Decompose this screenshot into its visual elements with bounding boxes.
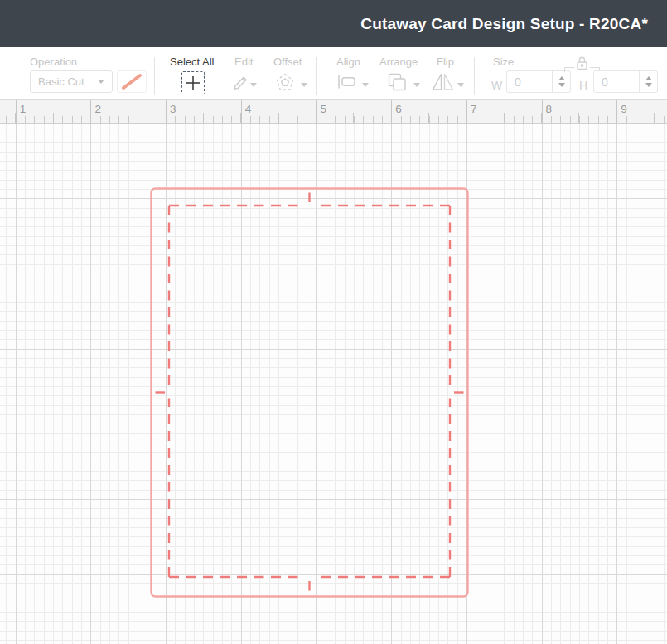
offset-dropdown-caret[interactable] <box>301 83 307 87</box>
design-canvas[interactable] <box>0 124 667 644</box>
select-all-label: Select All <box>170 56 214 68</box>
lock-link-left <box>564 67 574 72</box>
arrange-dropdown-caret[interactable] <box>413 83 420 87</box>
offset-icon[interactable] <box>275 72 295 92</box>
ruler-number: 4 <box>245 103 252 115</box>
height-input[interactable]: 0 <box>593 70 658 93</box>
divider <box>154 57 155 95</box>
stepper-down-icon <box>558 83 565 87</box>
offset-label: Offset <box>273 56 302 68</box>
operation-dropdown[interactable]: Basic Cut <box>30 70 113 93</box>
align-icon[interactable] <box>337 74 357 90</box>
pencil-icon[interactable] <box>232 72 249 90</box>
height-label: H <box>579 79 587 92</box>
height-value: 0 <box>594 75 639 89</box>
ruler-number: 5 <box>321 103 327 115</box>
color-swatch-icon <box>118 71 146 92</box>
stepper-up-icon <box>645 76 652 80</box>
operation-dropdown-value: Basic Cut <box>38 75 98 88</box>
ruler: 123456789 <box>0 99 667 124</box>
width-stepper[interactable] <box>552 71 570 92</box>
operation-label: Operation <box>30 56 77 68</box>
chevron-down-icon <box>98 80 104 84</box>
divider <box>12 57 12 95</box>
height-stepper[interactable] <box>639 71 657 92</box>
card-midpoint-marks <box>156 193 464 591</box>
title-bar: Cutaway Card Design Setup - R20CA* <box>0 0 667 47</box>
flip-label: Flip <box>437 56 454 68</box>
stepper-up-icon <box>558 76 565 80</box>
width-value: 0 <box>507 75 552 89</box>
ruler-number: 2 <box>94 103 101 115</box>
plus-selection-icon <box>186 75 201 90</box>
ruler-number: 8 <box>546 103 553 115</box>
align-label: Align <box>336 56 360 68</box>
cutaway-card-shape[interactable] <box>0 124 667 644</box>
card-outer-cut-line[interactable] <box>152 189 468 597</box>
stepper-down-icon <box>645 83 652 87</box>
ruler-number: 3 <box>170 103 176 115</box>
operation-color-swatch-button[interactable] <box>117 70 147 93</box>
width-input[interactable]: 0 <box>506 70 571 93</box>
divider <box>316 57 317 95</box>
lock-icon[interactable] <box>575 55 589 72</box>
width-label: W <box>491 79 502 92</box>
arrange-icon[interactable] <box>386 72 408 93</box>
flip-dropdown-caret[interactable] <box>457 83 464 87</box>
page-title: Cutaway Card Design Setup - R20CA* <box>360 15 648 33</box>
ruler-number: 6 <box>395 103 402 115</box>
align-dropdown-caret[interactable] <box>362 83 369 87</box>
edit-dropdown-caret[interactable] <box>250 83 257 87</box>
toolbar: Operation Basic Cut Select All Edit Offs… <box>0 47 667 99</box>
arrange-label: Arrange <box>379 56 418 68</box>
divider <box>474 57 475 95</box>
ruler-number: 7 <box>471 103 477 115</box>
ruler-number: 9 <box>621 103 627 115</box>
select-all-button[interactable] <box>181 71 205 94</box>
size-label: Size <box>493 56 514 68</box>
ruler-number: 1 <box>20 103 27 115</box>
card-perforation-lines[interactable] <box>169 206 450 577</box>
flip-icon[interactable] <box>432 73 454 91</box>
edit-label: Edit <box>234 56 253 68</box>
